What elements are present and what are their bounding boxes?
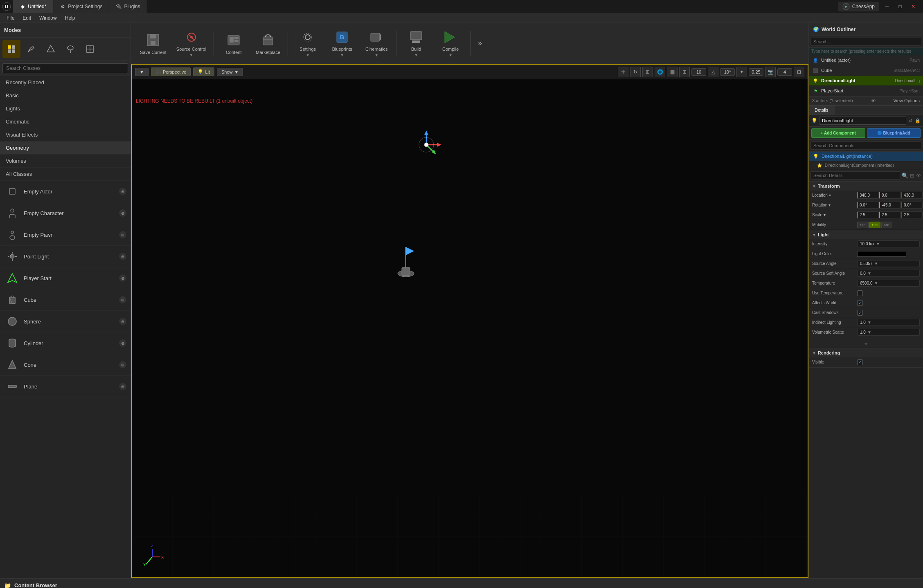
viewport-canvas[interactable]: LIGHTING NEEDS TO BE REBUILT (1 unbuilt … xyxy=(132,79,808,577)
outliner-item-cube[interactable]: ⬛ Cube StaticMeshAct xyxy=(809,65,923,76)
build-button[interactable]: Build ▼ xyxy=(400,27,432,60)
place-item-empty-pawn[interactable]: Empty Pawn ⊕ xyxy=(0,224,131,246)
place-item-empty-actor[interactable]: Empty Actor ⊕ xyxy=(0,181,131,202)
source-angle-input[interactable]: 0.5357 ▼ xyxy=(857,260,920,267)
place-item-cylinder[interactable]: Cylinder ⊕ xyxy=(0,332,131,354)
menu-help[interactable]: Help xyxy=(62,14,79,22)
viewport-perspective-btn[interactable]: 🎥 Perspective xyxy=(151,67,191,76)
mode-geometry[interactable] xyxy=(81,40,99,58)
place-item-sphere[interactable]: Sphere ⊕ xyxy=(0,311,131,332)
search-classes-input[interactable] xyxy=(2,63,128,73)
viewport-show-btn[interactable]: Show ▼ xyxy=(217,68,243,76)
maximize-button[interactable]: □ xyxy=(895,2,905,11)
add-component-button[interactable]: + Add Component xyxy=(811,128,865,138)
category-basic[interactable]: Basic xyxy=(0,89,131,102)
transform-section-header[interactable]: ▼ Transform xyxy=(809,182,923,191)
surface-snapping-icon[interactable]: ▤ xyxy=(667,67,678,77)
place-item-cone[interactable]: Cone ⊕ xyxy=(0,354,131,376)
volumetric-scatter-input[interactable]: 1.0 ▼ xyxy=(857,329,920,336)
location-y-input[interactable] xyxy=(879,192,900,199)
rendering-section-header[interactable]: ▼ Rendering xyxy=(809,348,923,357)
component-directionallight-instance[interactable]: 💡 DirectionalLight(Instance) xyxy=(809,152,923,162)
view-options-label[interactable]: View Options xyxy=(893,98,920,103)
visible-checkbox[interactable]: ✓ xyxy=(857,359,863,365)
category-geometry[interactable]: Geometry xyxy=(0,141,131,155)
more-button[interactable]: » xyxy=(474,27,486,60)
rotation-z-input[interactable] xyxy=(901,202,923,209)
snap-icon[interactable]: ✦ xyxy=(736,67,747,77)
blueprint-button[interactable]: 🔵 Blueprint/Add xyxy=(867,128,921,138)
search-details-input[interactable] xyxy=(810,171,900,180)
camera-speed-icon[interactable]: 📷 xyxy=(765,67,776,77)
source-control-button[interactable]: Source Control ▼ xyxy=(172,27,210,60)
save-current-button[interactable]: Save Current xyxy=(136,27,171,60)
source-soft-angle-input[interactable]: 0.0 ▼ xyxy=(857,270,920,277)
tab-plugins[interactable]: 🔌 Plugins xyxy=(109,0,147,13)
menu-edit[interactable]: Edit xyxy=(19,14,34,22)
world-space-icon[interactable]: 🌐 xyxy=(655,67,665,77)
details-grid-icon[interactable]: ⊞ xyxy=(910,173,914,179)
maximize-viewport-icon[interactable]: ⊡ xyxy=(794,67,804,77)
details-lock-btn[interactable]: 🔒 xyxy=(915,118,921,123)
place-item-cube[interactable]: Cube ⊕ xyxy=(0,289,131,311)
place-item-plane[interactable]: Plane ⊕ xyxy=(0,376,131,397)
cinematics-button[interactable]: Cinematics ▼ xyxy=(360,27,393,60)
component-directionallight-inherited[interactable]: ⭐ DirectionalLightComponent (Inherited) xyxy=(809,162,923,170)
rotate-icon[interactable]: ↻ xyxy=(630,67,641,77)
rotation-y-input[interactable] xyxy=(879,202,900,209)
light-color-swatch[interactable] xyxy=(857,251,906,257)
scale-z-input[interactable] xyxy=(901,211,923,218)
search-components-input[interactable] xyxy=(810,141,921,150)
tab-project-settings[interactable]: ⚙ Project Settings xyxy=(53,0,109,13)
marketplace-button[interactable]: Marketplace xyxy=(252,27,284,60)
mode-landscape[interactable] xyxy=(42,40,60,58)
details-tab-details[interactable]: Details xyxy=(809,105,835,114)
category-all-classes[interactable]: All Classes xyxy=(0,168,131,181)
rotation-x-input[interactable] xyxy=(857,202,878,209)
intensity-input[interactable]: 10.0 lux ▼ xyxy=(857,240,920,247)
indirect-lighting-input[interactable]: 1.0 ▼ xyxy=(857,319,920,326)
scale-x-input[interactable] xyxy=(857,211,878,218)
mode-paint[interactable] xyxy=(22,40,40,58)
outliner-item-playerstart[interactable]: ⚑ PlayerStart PlayerStart xyxy=(809,86,923,96)
blueprints-button[interactable]: B Blueprints ▼ xyxy=(326,27,358,60)
location-z-input[interactable] xyxy=(901,192,923,199)
viewport-dropdown-btn[interactable]: ▼ xyxy=(135,68,149,76)
category-volumes[interactable]: Volumes xyxy=(0,155,131,168)
outliner-item-directionallight[interactable]: 💡 DirectionalLight DirectionalLig xyxy=(809,76,923,86)
place-item-empty-character[interactable]: Empty Character ⊕ xyxy=(0,202,131,224)
category-cinematic[interactable]: Cinematic xyxy=(0,115,131,128)
settings-button[interactable]: Settings ▼ xyxy=(291,27,324,60)
scale-y-input[interactable] xyxy=(879,211,900,218)
use-temperature-checkbox[interactable] xyxy=(857,290,863,296)
menu-file[interactable]: File xyxy=(3,14,18,22)
close-button[interactable]: ✕ xyxy=(908,2,918,11)
mobility-static-btn[interactable]: Sta xyxy=(857,222,869,228)
details-actor-name-input[interactable] xyxy=(819,117,906,125)
menu-window[interactable]: Window xyxy=(36,14,60,22)
content-button[interactable]: Content xyxy=(217,27,250,60)
mobility-stationary-btn[interactable]: Sta xyxy=(869,222,881,228)
grid-snapping-icon[interactable]: ⊞ xyxy=(679,67,690,77)
expand-more-icon[interactable]: ⌄ xyxy=(863,339,869,346)
mode-place[interactable] xyxy=(2,40,20,58)
outliner-item-untitled[interactable]: 👤 Untitled (actor) Pawn xyxy=(809,55,923,65)
translate-icon[interactable]: ✛ xyxy=(618,67,628,77)
scale-icon[interactable]: ⊞ xyxy=(642,67,653,77)
category-visual-effects[interactable]: Visual Effects xyxy=(0,128,131,141)
light-section-header[interactable]: ▼ Light xyxy=(809,230,923,239)
location-x-input[interactable] xyxy=(857,192,878,199)
compile-button[interactable]: Compile ▼ xyxy=(434,27,467,60)
viewport-lit-btn[interactable]: 💡 Lit xyxy=(193,67,214,76)
world-outliner-search-input[interactable] xyxy=(810,38,921,46)
details-reset-btn[interactable]: ↺ xyxy=(909,118,912,123)
cast-shadows-checkbox[interactable]: ✓ xyxy=(857,310,863,316)
minimize-button[interactable]: ─ xyxy=(882,2,892,11)
tab-untitled[interactable]: ◆ Untitled* xyxy=(13,0,53,13)
place-item-player-start[interactable]: Player Start ⊕ xyxy=(0,267,131,289)
category-lights[interactable]: Lights xyxy=(0,102,131,115)
category-recently-placed[interactable]: Recently Placed xyxy=(0,76,131,89)
details-eye-icon[interactable]: 👁 xyxy=(916,173,921,179)
temperature-input[interactable]: 6500.0 ▼ xyxy=(857,280,920,287)
affects-world-checkbox[interactable]: ✓ xyxy=(857,300,863,306)
